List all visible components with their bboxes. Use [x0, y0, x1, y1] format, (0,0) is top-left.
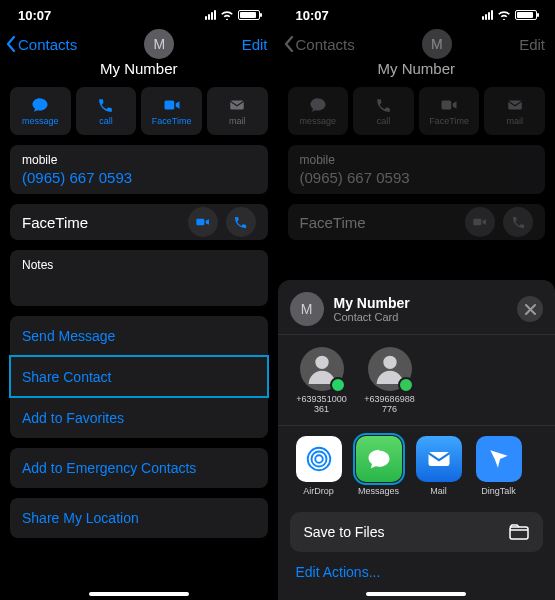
home-indicator[interactable]	[89, 592, 189, 596]
status-icons	[205, 10, 260, 20]
message-button[interactable]: message	[10, 87, 71, 135]
mobile-label: mobile	[22, 153, 256, 167]
airdrop-app[interactable]: AirDrop	[294, 436, 344, 496]
divider	[278, 425, 556, 426]
mobile-value: (0965) 667 0593	[22, 169, 256, 186]
add-to-emergency-link[interactable]: Add to Emergency Contacts	[10, 448, 268, 488]
facetime-cell: FaceTime	[10, 204, 268, 240]
messages-icon	[356, 436, 402, 482]
notes-label: Notes	[22, 258, 53, 272]
person-icon	[300, 347, 344, 391]
contact-avatar[interactable]: M	[144, 29, 174, 59]
recent-contacts: +639351000361 +639686988776	[278, 343, 556, 425]
dingtalk-app[interactable]: DingTalk	[474, 436, 524, 496]
whatsapp-badge-icon	[330, 377, 346, 393]
video-icon	[440, 96, 458, 114]
battery-icon	[515, 10, 537, 20]
mail-app[interactable]: Mail	[414, 436, 464, 496]
phone-icon	[97, 96, 115, 114]
mail-button: mail	[484, 87, 545, 135]
facetime-button: FaceTime	[419, 87, 480, 135]
facetime-video-button[interactable]	[188, 207, 218, 237]
left-screen: 10:07 Contacts M Edit My Number message …	[0, 0, 278, 600]
svg-rect-2	[196, 219, 204, 226]
action-row: message call FaceTime mail	[278, 87, 556, 145]
edit-button[interactable]: Edit	[242, 36, 268, 53]
contact-name: My Number	[278, 60, 556, 77]
video-icon	[472, 214, 488, 230]
mobile-cell[interactable]: mobile (0965) 667 0593	[10, 145, 268, 194]
facetime-audio-button[interactable]	[226, 207, 256, 237]
video-icon	[163, 96, 181, 114]
video-icon	[195, 214, 211, 230]
recent-contact-1[interactable]: +639686988776	[364, 347, 416, 415]
svg-rect-5	[473, 219, 481, 226]
contact-number: +639686988776	[364, 395, 416, 415]
contact-name: My Number	[0, 60, 278, 77]
divider	[278, 334, 556, 335]
nav-bar: Contacts M Edit	[278, 26, 556, 60]
facetime-button[interactable]: FaceTime	[141, 87, 202, 135]
link-group-1: Send Message Share Contact Add to Favori…	[10, 316, 268, 438]
share-sheet: M My Number Contact Card +639351000361	[278, 280, 556, 600]
share-apps: AirDrop Messages Mail DingTalk	[278, 434, 556, 504]
status-bar: 10:07	[0, 0, 278, 26]
person-icon	[368, 347, 412, 391]
status-time: 10:07	[296, 8, 329, 23]
share-my-location-link[interactable]: Share My Location	[10, 498, 268, 538]
share-contact-link[interactable]: Share Contact	[10, 356, 268, 397]
mail-app-icon	[416, 436, 462, 482]
edit-actions-link[interactable]: Edit Actions...	[278, 552, 556, 580]
home-indicator[interactable]	[366, 592, 466, 596]
chevron-left-icon	[284, 36, 294, 52]
back-button[interactable]: Contacts	[6, 36, 77, 53]
mobile-cell: mobile (0965) 667 0593	[288, 145, 546, 194]
save-to-files-button[interactable]: Save to Files	[290, 512, 544, 552]
phone-icon	[511, 215, 526, 230]
back-label: Contacts	[296, 36, 355, 53]
wifi-icon	[220, 10, 234, 20]
nav-bar: Contacts M Edit	[0, 26, 278, 60]
mail-icon	[506, 96, 524, 114]
mail-icon	[228, 96, 246, 114]
contact-number: +639351000361	[296, 395, 348, 415]
wifi-icon	[497, 10, 511, 20]
svg-point-8	[315, 455, 323, 463]
facetime-cell: FaceTime	[288, 204, 546, 240]
edit-button: Edit	[519, 36, 545, 53]
sheet-title: My Number	[334, 295, 410, 311]
facetime-label: FaceTime	[22, 214, 88, 231]
svg-rect-1	[230, 101, 244, 110]
add-to-favorites-link[interactable]: Add to Favorites	[10, 397, 268, 438]
svg-point-9	[311, 451, 326, 466]
facetime-label: FaceTime	[300, 214, 366, 231]
svg-rect-3	[442, 101, 452, 110]
message-button: message	[288, 87, 349, 135]
status-time: 10:07	[18, 8, 51, 23]
messages-app[interactable]: Messages	[354, 436, 404, 496]
call-button[interactable]: call	[76, 87, 137, 135]
status-bar: 10:07	[278, 0, 556, 26]
svg-rect-4	[508, 101, 522, 110]
message-icon	[31, 96, 49, 114]
status-icons	[482, 10, 537, 20]
notes-cell[interactable]: Notes	[10, 250, 268, 306]
sheet-subtitle: Contact Card	[334, 311, 410, 323]
message-icon	[309, 96, 327, 114]
svg-point-7	[383, 356, 396, 369]
back-button: Contacts	[284, 36, 355, 53]
mobile-value: (0965) 667 0593	[300, 169, 534, 186]
close-icon	[525, 304, 536, 315]
action-row: message call FaceTime mail	[0, 87, 278, 145]
chevron-left-icon	[6, 36, 16, 52]
link-group-3: Share My Location	[10, 498, 268, 538]
close-button[interactable]	[517, 296, 543, 322]
folder-icon	[509, 524, 529, 540]
call-button: call	[353, 87, 414, 135]
send-message-link[interactable]: Send Message	[10, 316, 268, 356]
facetime-audio-button	[503, 207, 533, 237]
sheet-avatar: M	[290, 292, 324, 326]
dingtalk-icon	[476, 436, 522, 482]
recent-contact-0[interactable]: +639351000361	[296, 347, 348, 415]
right-screen: 10:07 Contacts M Edit My Number message …	[278, 0, 556, 600]
